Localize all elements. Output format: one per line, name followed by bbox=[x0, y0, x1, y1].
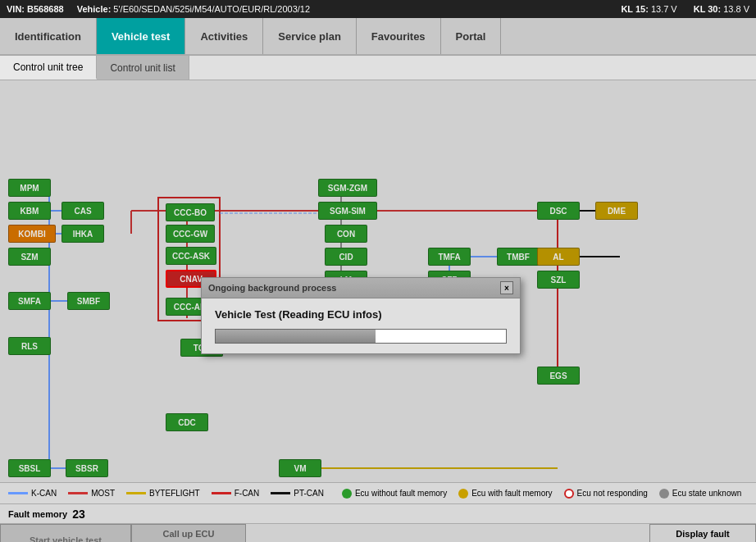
legend-most: MOST bbox=[68, 489, 115, 498]
nav-portal[interactable]: Portal bbox=[441, 18, 502, 54]
main-diagram: MPM KBM KOMBI SZM SMFA RLS SBSL SBSR CAS… bbox=[0, 80, 756, 482]
call-up-ecu-button[interactable]: Call up ECU functions bbox=[131, 524, 246, 542]
dialog-heading: Vehicle Test (Reading ECU infos) bbox=[215, 308, 507, 321]
legend-byteflight: BYTEFLIGHT bbox=[126, 489, 200, 498]
main-nav: Identification Vehicle test Activities S… bbox=[0, 18, 756, 56]
background-process-dialog: Ongoing background process × Vehicle Tes… bbox=[201, 277, 521, 354]
nav-favourites[interactable]: Favourites bbox=[357, 18, 441, 54]
start-vehicle-test-button[interactable]: Start vehicle test bbox=[0, 524, 131, 542]
display-fault-memory-button[interactable]: Display fault memory bbox=[649, 524, 756, 542]
dialog-title: Ongoing background process bbox=[208, 283, 336, 293]
progress-bar-fill bbox=[216, 330, 376, 343]
header-bar: VIN: B568688 Vehicle: 5'/E60/SEDAN/525i/… bbox=[0, 0, 756, 18]
fault-memory-count: 23 bbox=[72, 508, 85, 521]
nav-activities[interactable]: Activities bbox=[185, 18, 263, 54]
vin-label: VIN: B568688 bbox=[7, 4, 64, 14]
dialog-close-button[interactable]: × bbox=[500, 281, 513, 294]
legend-ecu-fault: Ecu with fault memory bbox=[458, 489, 552, 499]
subnav-control-unit-tree[interactable]: Control unit tree bbox=[0, 56, 97, 80]
legend-ecu-unknown: Ecu state unknown bbox=[659, 489, 742, 499]
fault-memory-bar: Fault memory 23 bbox=[0, 503, 756, 523]
vehicle-label: Vehicle: 5'/E60/SEDAN/525i/M54/AUTO/EUR/… bbox=[77, 4, 310, 14]
sub-nav: Control unit tree Control unit list bbox=[0, 56, 756, 80]
dialog-title-bar: Ongoing background process × bbox=[202, 278, 520, 298]
legend-kcan: K-CAN bbox=[8, 489, 57, 498]
fault-memory-label: Fault memory bbox=[8, 509, 67, 519]
legend-ecu-no-fault: Ecu without fault memory bbox=[342, 489, 447, 499]
legend-fcan: F-CAN bbox=[212, 489, 260, 498]
progress-bar-container bbox=[215, 329, 507, 344]
legend-area: K-CAN MOST BYTEFLIGHT F-CAN PT-CAN Ecu w… bbox=[0, 482, 756, 503]
dialog-body: Vehicle Test (Reading ECU infos) bbox=[202, 298, 520, 353]
kl15-value: KL 15: 13.7 V bbox=[621, 4, 676, 14]
legend-ecu-not-responding: Ecu not responding bbox=[564, 489, 648, 499]
nav-vehicle-test[interactable]: Vehicle test bbox=[97, 18, 186, 54]
subnav-control-unit-list[interactable]: Control unit list bbox=[97, 56, 189, 80]
kl30-value: KL 30: 13.8 V bbox=[694, 4, 749, 14]
legend-ptcan: PT-CAN bbox=[271, 489, 324, 498]
bottom-button-bar: Start vehicle test Call up ECU functions… bbox=[0, 523, 756, 542]
nav-service-plan[interactable]: Service plan bbox=[263, 18, 357, 54]
nav-identification[interactable]: Identification bbox=[0, 18, 97, 54]
